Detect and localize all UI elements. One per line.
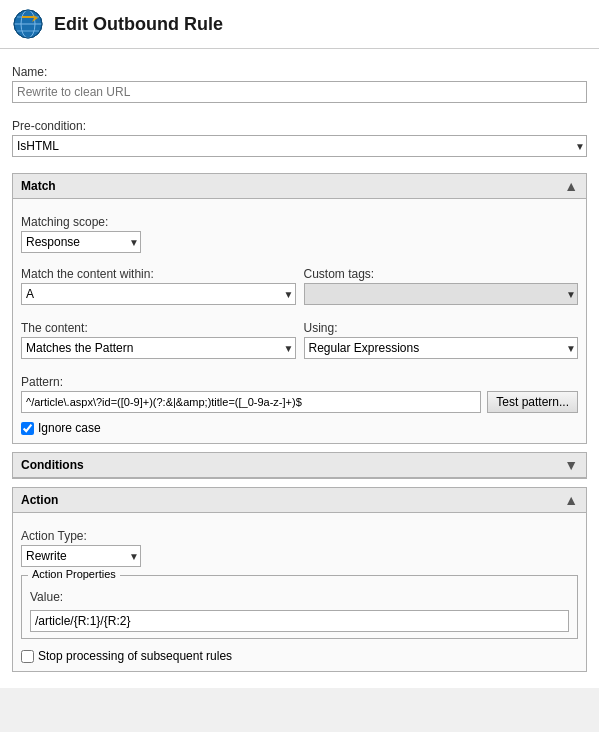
value-input[interactable] bbox=[30, 610, 569, 632]
action-properties-legend: Action Properties bbox=[28, 568, 120, 580]
main-content: Name: Pre-condition: IsHTML ▼ Match ▲ Ma… bbox=[0, 49, 599, 688]
name-input[interactable] bbox=[12, 81, 587, 103]
stop-processing-label[interactable]: Stop processing of subsequent rules bbox=[38, 649, 232, 663]
matching-scope-wrapper: Response ▼ bbox=[21, 231, 141, 253]
precondition-wrapper: IsHTML ▼ bbox=[12, 135, 587, 157]
action-type-wrapper: Rewrite ▼ bbox=[21, 545, 141, 567]
action-toggle-icon: ▲ bbox=[564, 492, 578, 508]
action-type-select[interactable]: Rewrite bbox=[21, 545, 141, 567]
precondition-select[interactable]: IsHTML bbox=[12, 135, 587, 157]
the-content-col: The content: Matches the Pattern ▼ bbox=[21, 313, 296, 359]
conditions-toggle-icon: ▼ bbox=[564, 457, 578, 473]
test-pattern-button[interactable]: Test pattern... bbox=[487, 391, 578, 413]
custom-tags-label: Custom tags: bbox=[304, 267, 579, 281]
action-section-title: Action bbox=[21, 493, 58, 507]
content-using-row: The content: Matches the Pattern ▼ Using… bbox=[21, 313, 578, 359]
pattern-label: Pattern: bbox=[21, 375, 578, 389]
stop-processing-checkbox[interactable] bbox=[21, 650, 34, 663]
action-properties-group: Action Properties Value: bbox=[21, 575, 578, 639]
match-section-body: Matching scope: Response ▼ Match the con… bbox=[13, 199, 586, 443]
precondition-label: Pre-condition: bbox=[12, 119, 587, 133]
conditions-section-title: Conditions bbox=[21, 458, 84, 472]
match-content-wrapper: A ▼ bbox=[21, 283, 296, 305]
action-type-label: Action Type: bbox=[21, 529, 578, 543]
value-label: Value: bbox=[30, 590, 569, 604]
custom-tags-wrapper: ▼ bbox=[304, 283, 579, 305]
using-col: Using: Regular Expressions ▼ bbox=[304, 313, 579, 359]
match-section: Match ▲ Matching scope: Response ▼ Match… bbox=[12, 173, 587, 444]
conditions-section-header[interactable]: Conditions ▼ bbox=[13, 453, 586, 478]
match-content-select[interactable]: A bbox=[21, 283, 296, 305]
matching-scope-select[interactable]: Response bbox=[21, 231, 141, 253]
matching-scope-label: Matching scope: bbox=[21, 215, 578, 229]
action-section-body: Action Type: Rewrite ▼ Action Properties… bbox=[13, 513, 586, 671]
the-content-wrapper: Matches the Pattern ▼ bbox=[21, 337, 296, 359]
match-content-row: Match the content within: A ▼ Custom tag… bbox=[21, 259, 578, 305]
ignore-case-row: Ignore case bbox=[21, 421, 578, 435]
value-container: Value: bbox=[30, 590, 569, 632]
match-section-header[interactable]: Match ▲ bbox=[13, 174, 586, 199]
pattern-row: Test pattern... bbox=[21, 391, 578, 413]
dialog-header: Edit Outbound Rule bbox=[0, 0, 599, 49]
custom-tags-col: Custom tags: ▼ bbox=[304, 259, 579, 305]
using-label: Using: bbox=[304, 321, 579, 335]
the-content-label: The content: bbox=[21, 321, 296, 335]
using-select[interactable]: Regular Expressions bbox=[304, 337, 579, 359]
stop-processing-row: Stop processing of subsequent rules bbox=[21, 649, 578, 663]
match-content-col: Match the content within: A ▼ bbox=[21, 259, 296, 305]
match-toggle-icon: ▲ bbox=[564, 178, 578, 194]
ignore-case-label[interactable]: Ignore case bbox=[38, 421, 101, 435]
custom-tags-select[interactable] bbox=[304, 283, 579, 305]
action-section: Action ▲ Action Type: Rewrite ▼ Action P… bbox=[12, 487, 587, 672]
conditions-section: Conditions ▼ bbox=[12, 452, 587, 479]
match-content-label: Match the content within: bbox=[21, 267, 296, 281]
ignore-case-checkbox[interactable] bbox=[21, 422, 34, 435]
page-title: Edit Outbound Rule bbox=[54, 14, 223, 35]
action-section-header[interactable]: Action ▲ bbox=[13, 488, 586, 513]
app-icon bbox=[12, 8, 44, 40]
the-content-select[interactable]: Matches the Pattern bbox=[21, 337, 296, 359]
using-wrapper: Regular Expressions ▼ bbox=[304, 337, 579, 359]
pattern-input[interactable] bbox=[21, 391, 481, 413]
name-label: Name: bbox=[12, 65, 587, 79]
match-section-title: Match bbox=[21, 179, 56, 193]
